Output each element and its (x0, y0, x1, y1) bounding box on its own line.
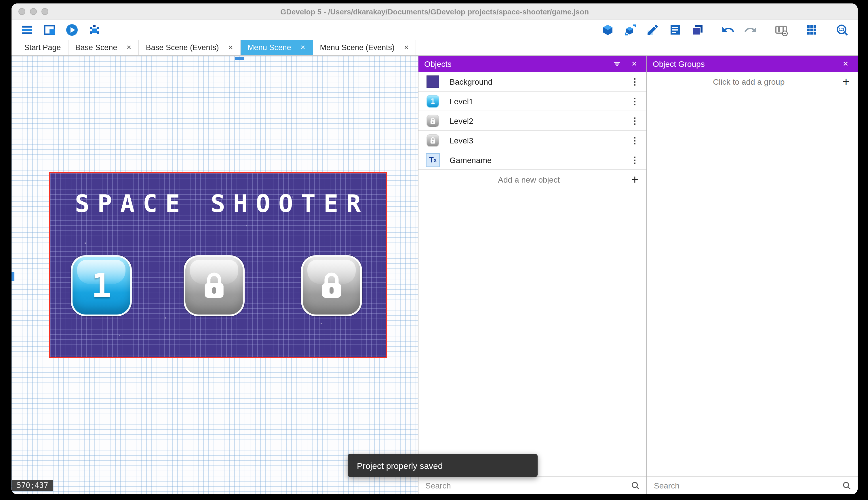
objects-panel-empty-space (419, 189, 646, 476)
search-icon (842, 480, 852, 491)
locked-button-icon (425, 133, 440, 148)
traffic-lights (19, 3, 48, 20)
redo-icon[interactable] (743, 22, 758, 37)
object-menu-kebab-icon[interactable]: ⋮ (630, 135, 640, 146)
project-manager-icon[interactable] (20, 22, 35, 37)
level1-digit: 1 (91, 266, 112, 305)
svg-text:1:1: 1:1 (838, 27, 844, 32)
properties-icon[interactable] (645, 22, 660, 37)
text-object-icon: Tx (425, 152, 440, 167)
lock-icon (198, 270, 230, 302)
filter-icon[interactable] (611, 59, 623, 69)
close-tab-icon[interactable]: ✕ (404, 45, 409, 51)
close-window-button[interactable] (19, 8, 25, 15)
layers-icon[interactable] (690, 22, 705, 37)
add-object-button[interactable]: Add a new object (426, 175, 631, 184)
level3-button-instance[interactable] (301, 255, 362, 316)
gdevelop-window: GDevelop 5 - /Users/dkarakay/Documents/G… (12, 3, 858, 494)
tab-menu-scene[interactable]: Menu Scene ✕ (241, 40, 313, 55)
object-groups-panel-header: Object Groups ✕ (647, 56, 858, 72)
object-row-background[interactable]: Background ⋮ (419, 72, 646, 92)
background-swatch-icon (425, 74, 440, 89)
level1-button-icon: 1 (425, 94, 440, 109)
desktop: GDevelop 5 - /Users/dkarakay/Documents/G… (0, 0, 868, 500)
instances-list-icon[interactable] (668, 22, 683, 37)
main-content: SPACE SHOOTER 1 570;437 Objects (12, 56, 858, 494)
add-object-row: Add a new object + (419, 170, 646, 189)
objects-panel-header: Objects ✕ (419, 56, 646, 72)
close-panel-icon[interactable]: ✕ (628, 60, 641, 68)
groups-panel-empty-space (647, 91, 858, 476)
close-tab-icon[interactable]: ✕ (228, 45, 233, 51)
object-row-level1[interactable]: 1 Level1 ⋮ (419, 92, 646, 111)
object-groups-editor-icon[interactable] (623, 22, 638, 37)
tab-base-scene[interactable]: Base Scene ✕ (69, 40, 139, 55)
horizontal-scroll-thumb[interactable] (235, 57, 244, 60)
add-group-plus-icon[interactable]: + (842, 76, 849, 88)
gamename-text-instance[interactable]: SPACE SHOOTER (50, 190, 386, 218)
object-menu-kebab-icon[interactable]: ⋮ (630, 155, 640, 165)
window-title: GDevelop 5 - /Users/dkarakay/Documents/G… (12, 7, 858, 16)
debug-icon[interactable] (87, 22, 102, 37)
object-menu-kebab-icon[interactable]: ⋮ (630, 76, 640, 87)
scene-editor-icon[interactable] (42, 22, 57, 37)
tab-start-page[interactable]: Start Page (17, 40, 69, 55)
saved-snackbar: Project properly saved (348, 454, 538, 477)
tab-menu-scene-events[interactable]: Menu Scene (Events) ✕ (313, 40, 416, 55)
object-row-level3[interactable]: Level3 ⋮ (419, 131, 646, 150)
object-row-level2[interactable]: Level2 ⋮ (419, 111, 646, 131)
object-row-gamename[interactable]: Tx Gamename ⋮ (419, 150, 646, 170)
toolbar-right-group: 1:1 (600, 22, 849, 37)
tab-base-scene-events[interactable]: Base Scene (Events) ✕ (139, 40, 241, 55)
object-menu-kebab-icon[interactable]: ⋮ (630, 96, 640, 106)
objects-panel: Objects ✕ Background ⋮ 1 Level1 ⋮ (419, 56, 646, 494)
scene-canvas[interactable]: SPACE SHOOTER 1 570;437 (12, 56, 419, 494)
add-group-button[interactable]: Click to add a group (655, 77, 842, 86)
zoom-one-to-one-icon[interactable]: 1:1 (835, 22, 849, 37)
objects-panel-title: Objects (424, 59, 606, 69)
object-groups-panel: Object Groups ✕ Click to add a group + (646, 56, 858, 494)
minimize-window-button[interactable] (30, 8, 37, 15)
titlebar: GDevelop 5 - /Users/dkarakay/Documents/G… (12, 3, 858, 20)
toolbar-left-group (20, 22, 102, 37)
groups-search-input[interactable] (653, 480, 842, 491)
level1-button-instance[interactable]: 1 (71, 255, 132, 316)
start-preview-icon[interactable] (64, 22, 80, 37)
background-instance[interactable]: SPACE SHOOTER 1 (49, 172, 387, 358)
vertical-scroll-thumb[interactable] (12, 272, 14, 281)
objects-editor-icon[interactable] (600, 22, 615, 37)
objects-search-row (419, 476, 646, 494)
preview-options-icon[interactable] (774, 22, 788, 37)
toggle-grid-icon[interactable] (804, 22, 819, 37)
lock-icon (315, 270, 348, 302)
close-tab-icon[interactable]: ✕ (126, 45, 131, 51)
object-groups-panel-title: Object Groups (653, 59, 835, 69)
toolbar: 1:1 (12, 20, 858, 40)
object-menu-kebab-icon[interactable]: ⋮ (630, 115, 640, 126)
undo-icon[interactable] (721, 22, 736, 37)
cursor-coordinates-badge: 570;437 (12, 480, 53, 491)
close-panel-icon[interactable]: ✕ (839, 60, 852, 68)
level2-button-instance[interactable] (184, 255, 245, 316)
groups-search-row (647, 476, 858, 494)
add-object-plus-icon[interactable]: + (631, 173, 638, 185)
locked-button-icon (425, 113, 440, 128)
tab-bar: Start Page Base Scene ✕ Base Scene (Even… (12, 40, 858, 56)
close-tab-icon[interactable]: ✕ (301, 45, 306, 51)
zoom-window-button[interactable] (42, 8, 48, 15)
add-group-row: Click to add a group + (647, 72, 858, 91)
objects-search-input[interactable] (424, 480, 630, 491)
stars-decoration (50, 173, 51, 174)
search-icon (630, 480, 641, 491)
